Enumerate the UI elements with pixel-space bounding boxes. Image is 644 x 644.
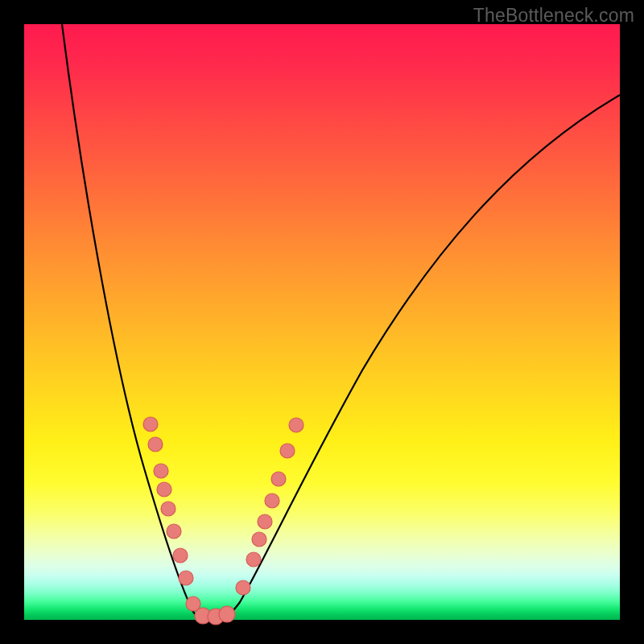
data-point (148, 437, 163, 452)
data-point (271, 472, 286, 486)
data-point (167, 524, 181, 539)
data-point (236, 580, 250, 595)
data-point (265, 493, 279, 508)
bottleneck-curve-chart (24, 24, 620, 620)
data-point (280, 444, 295, 458)
data-point (179, 571, 193, 585)
left-branch-curve (62, 24, 211, 620)
curve-group (62, 24, 620, 620)
watermark-text: TheBottleneck.com (473, 5, 634, 27)
data-point (258, 514, 272, 529)
data-point (289, 418, 303, 432)
data-point (252, 532, 266, 547)
data-point (219, 606, 235, 622)
data-point (157, 482, 171, 497)
data-point (154, 464, 168, 478)
data-point (246, 552, 261, 567)
chart-plot-area (24, 24, 620, 620)
data-points-group (143, 417, 303, 625)
data-point (143, 417, 158, 431)
right-branch-curve (211, 95, 620, 620)
data-point (173, 548, 188, 563)
data-point (161, 502, 175, 516)
